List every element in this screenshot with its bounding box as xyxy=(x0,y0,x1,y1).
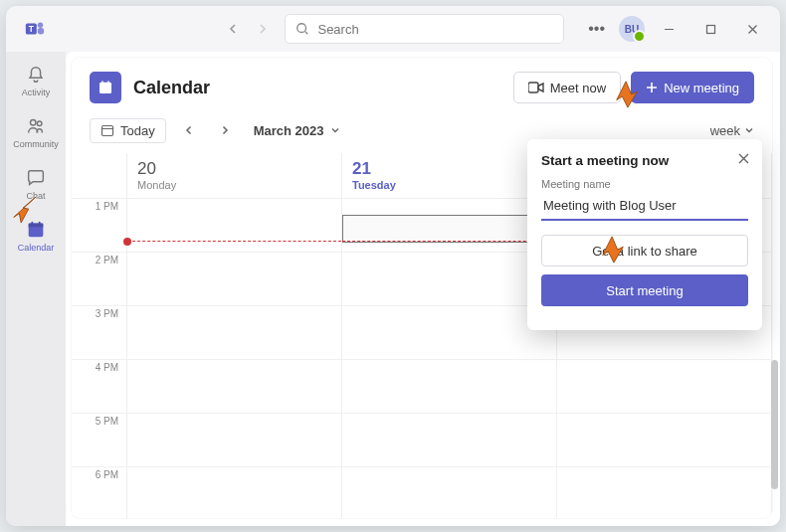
popover-title: Start a meeting now xyxy=(541,153,748,168)
day-column-monday[interactable]: 20 Monday xyxy=(127,153,342,518)
teams-app-icon: T xyxy=(24,18,46,40)
svg-rect-9 xyxy=(29,224,44,228)
video-icon xyxy=(528,82,544,93)
current-time-indicator xyxy=(342,241,556,242)
rail-community[interactable]: Community xyxy=(9,107,63,157)
nav-forward-icon[interactable] xyxy=(249,15,277,43)
svg-rect-13 xyxy=(101,81,103,84)
month-label: March 2023 xyxy=(254,123,324,138)
svg-rect-11 xyxy=(39,222,41,226)
new-meeting-label: New meeting xyxy=(664,81,739,95)
rail-chat[interactable]: Chat xyxy=(9,159,63,209)
chevron-down-icon xyxy=(744,125,754,135)
svg-rect-14 xyxy=(107,81,109,84)
day-name: Monday xyxy=(137,179,331,191)
meeting-name-label: Meeting name xyxy=(541,178,748,190)
time-label: 5 PM xyxy=(72,414,126,467)
time-label: 6 PM xyxy=(72,467,126,518)
scrollbar-thumb[interactable] xyxy=(771,360,778,489)
day-header: 21 Tuesday xyxy=(342,153,556,199)
prev-period-button[interactable] xyxy=(176,117,202,143)
page-header: Calendar Meet now New meeting xyxy=(72,58,772,113)
nav-back-icon[interactable] xyxy=(219,15,247,43)
search-icon xyxy=(295,22,309,36)
svg-point-7 xyxy=(37,121,42,126)
next-period-button[interactable] xyxy=(212,117,238,143)
svg-rect-15 xyxy=(528,83,538,92)
day-column-tuesday[interactable]: 21 Tuesday xyxy=(342,153,557,518)
titlebar: T ••• BU xyxy=(6,6,780,52)
svg-point-4 xyxy=(297,24,306,33)
month-picker[interactable]: March 2023 xyxy=(254,123,340,138)
rail-label: Activity xyxy=(22,88,51,97)
calendar-icon xyxy=(25,219,47,241)
time-label: 2 PM xyxy=(72,253,126,306)
close-button[interactable] xyxy=(734,14,770,44)
calendar-small-icon xyxy=(100,123,114,137)
more-options-icon[interactable]: ••• xyxy=(580,16,613,42)
start-meeting-label: Start meeting xyxy=(606,283,683,298)
svg-rect-16 xyxy=(102,126,113,136)
page-title: Calendar xyxy=(133,78,210,98)
new-meeting-button[interactable]: New meeting xyxy=(631,72,754,103)
popover-close-button[interactable] xyxy=(737,151,750,169)
today-label: Today xyxy=(120,123,155,138)
search-box[interactable] xyxy=(285,14,564,44)
meet-now-popover: Start a meeting now Meeting name Get a l… xyxy=(527,139,762,330)
time-label: 4 PM xyxy=(72,360,126,414)
chevron-down-icon xyxy=(330,125,340,135)
rail-label: Chat xyxy=(26,191,45,201)
rail-label: Community xyxy=(13,139,59,149)
rail-activity[interactable]: Activity xyxy=(9,56,63,105)
meet-now-label: Meet now xyxy=(550,81,606,95)
svg-rect-5 xyxy=(706,25,714,33)
view-label: week xyxy=(710,123,740,138)
day-header: 20 Monday xyxy=(127,153,341,199)
day-name: Tuesday xyxy=(352,179,546,191)
meet-now-button[interactable]: Meet now xyxy=(513,72,621,103)
search-input[interactable] xyxy=(317,22,553,37)
bell-icon xyxy=(25,64,47,86)
day-number: 21 xyxy=(352,159,546,179)
today-button[interactable]: Today xyxy=(90,118,166,143)
view-selector[interactable]: week xyxy=(710,123,754,138)
left-rail: Activity Community Chat Calendar xyxy=(6,52,66,526)
svg-point-2 xyxy=(38,23,44,28)
start-meeting-button[interactable]: Start meeting xyxy=(541,274,748,306)
time-label: 3 PM xyxy=(72,306,126,360)
time-column: 1 PM 2 PM 3 PM 4 PM 5 PM 6 PM xyxy=(72,153,127,518)
minimize-button[interactable] xyxy=(651,14,687,44)
time-label: 1 PM xyxy=(72,199,126,253)
svg-text:T: T xyxy=(29,25,34,34)
get-link-label: Get a link to share xyxy=(592,244,697,259)
svg-rect-10 xyxy=(31,222,33,226)
day-number: 20 xyxy=(137,159,331,179)
rail-calendar[interactable]: Calendar xyxy=(9,211,63,261)
get-link-button[interactable]: Get a link to share xyxy=(541,235,748,266)
svg-rect-12 xyxy=(99,83,111,93)
svg-rect-3 xyxy=(38,28,44,34)
plus-icon xyxy=(646,82,658,93)
people-icon xyxy=(25,115,47,137)
avatar[interactable]: BU xyxy=(619,16,645,42)
calendar-badge-icon xyxy=(90,72,121,103)
time-selection[interactable] xyxy=(342,215,556,243)
current-time-indicator xyxy=(127,241,341,242)
maximize-button[interactable] xyxy=(692,14,728,44)
meeting-name-input[interactable] xyxy=(541,194,748,221)
close-icon xyxy=(737,152,750,165)
rail-label: Calendar xyxy=(18,243,55,253)
chat-icon xyxy=(25,167,47,189)
svg-point-6 xyxy=(31,120,37,126)
